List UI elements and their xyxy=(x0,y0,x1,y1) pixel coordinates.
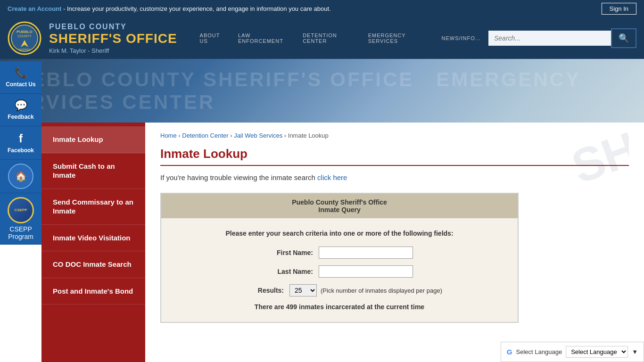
language-select[interactable]: Select Language Spanish French German xyxy=(566,346,628,358)
site-header: PUEBLO COUNTY SHERIFF PUEBLO COUNTY SHER… xyxy=(0,17,644,59)
top-bar: Create an Account - Increase your produc… xyxy=(0,0,644,17)
contact-us-label: Contact Us xyxy=(6,81,35,88)
csepp-label: CSEPP Program xyxy=(2,225,40,240)
form-header-line2: Inmate Query xyxy=(166,206,513,214)
breadcrumb-current: Inmate Lookup xyxy=(288,132,329,139)
left-sidebar: 📞 Contact Us 💬 Feedback f Facebook 🏠 CSE… xyxy=(0,61,41,245)
last-name-row: Last Name: xyxy=(176,265,503,278)
sidebar-item-facebook[interactable]: f Facebook xyxy=(0,126,41,160)
results-row: Results: 10 25 50 100 (Pick number of in… xyxy=(176,284,503,296)
nav-about[interactable]: ABOUT US xyxy=(200,33,227,44)
site-logo: PUEBLO COUNTY SHERIFF xyxy=(8,21,41,55)
hero-image: PUEBLO COUNTY SHERIFF'S OFFICE EMERGENCY… xyxy=(0,59,644,123)
svg-text:PUEBLO: PUEBLO xyxy=(17,30,32,34)
search-input[interactable] xyxy=(488,31,611,46)
office-name: SHERIFF'S OFFICE xyxy=(49,31,177,46)
feedback-icon: 💬 xyxy=(15,99,27,112)
translate-bar: G Select Language Select Language Spanis… xyxy=(501,342,644,362)
results-label: Results: xyxy=(237,287,284,294)
form-instruction: Please enter your search criteria into o… xyxy=(176,230,503,237)
nav-item-post-bond[interactable]: Post and Inmate's Bond xyxy=(41,278,145,305)
google-icon: G xyxy=(507,348,512,356)
home-icon: 🏠 xyxy=(8,164,33,189)
breadcrumb-detention[interactable]: Detention Center xyxy=(182,132,228,139)
header-nav: ABOUT US LAW ENFORCEMENT DETENTION CENTE… xyxy=(185,33,481,44)
breadcrumb-home[interactable]: Home xyxy=(160,132,177,139)
sidebar-item-home[interactable]: 🏠 xyxy=(0,160,41,193)
nav-item-inmate-lookup[interactable]: Inmate Lookup xyxy=(41,126,145,153)
header-title: PUEBLO COUNTY SHERIFF'S OFFICE Kirk M. T… xyxy=(49,23,177,54)
form-body: Please enter your search criteria into o… xyxy=(161,218,518,322)
search-button[interactable]: 🔍 xyxy=(611,28,636,48)
first-name-label: First Name: xyxy=(266,249,313,256)
page-title: Inmate Lookup xyxy=(160,147,629,166)
form-header-line1: Pueblo County Sheriff's Office xyxy=(166,198,513,206)
first-name-input[interactable] xyxy=(319,247,413,259)
breadcrumb: Home › Detention Center › Jail Web Servi… xyxy=(160,132,629,139)
tagline: - Increase your productivity, customize … xyxy=(63,5,331,12)
inmate-count: There are 499 inmates incarcerated at th… xyxy=(176,303,503,311)
nav-item-codoc[interactable]: CO DOC Inmate Search xyxy=(41,251,145,278)
sign-in-button[interactable]: Sign In xyxy=(602,3,636,15)
svg-text:SHERIFF: SHERIFF xyxy=(18,48,31,51)
nav-item-video-visitation[interactable]: Inmate Video Visitation xyxy=(41,225,145,252)
last-name-label: Last Name: xyxy=(266,268,313,275)
nav-law-enforcement[interactable]: LAW ENFORCEMENT xyxy=(238,33,291,44)
feedback-label: Feedback xyxy=(8,114,33,120)
main-layout: Inmate Lookup Submit Cash to an Inmate S… xyxy=(41,123,644,362)
create-account-link[interactable]: Create an Account xyxy=(8,5,61,12)
county-name: PUEBLO COUNTY xyxy=(49,23,177,31)
nav-emergency[interactable]: EMERGENCY SERVICES xyxy=(368,33,430,44)
last-name-input[interactable] xyxy=(319,265,413,278)
results-select[interactable]: 10 25 50 100 xyxy=(289,284,317,296)
first-name-row: First Name: xyxy=(176,247,503,259)
form-header: Pueblo County Sheriff's Office Inmate Qu… xyxy=(161,194,518,218)
facebook-icon: f xyxy=(19,132,23,145)
per-page-text: (Pick number of inmates displayed per pa… xyxy=(321,287,442,294)
main-content: SHERIFF Home › Detention Center › Jail W… xyxy=(145,123,644,362)
sidebar-item-contact-us[interactable]: 📞 Contact Us xyxy=(0,61,41,94)
select-language-label: Select Language xyxy=(516,348,562,355)
svg-point-1 xyxy=(11,25,38,51)
nav-news[interactable]: NEWS/INFO... xyxy=(441,35,481,41)
sheriff-name: Kirk M. Taylor - Sheriff xyxy=(49,47,177,54)
nav-item-submit-cash[interactable]: Submit Cash to an Inmate xyxy=(41,153,145,189)
csepp-icon: CSEPP xyxy=(8,197,34,223)
facebook-label: Facebook xyxy=(8,147,34,154)
left-nav: Inmate Lookup Submit Cash to an Inmate S… xyxy=(41,123,145,362)
search-bar: 🔍 xyxy=(488,28,636,48)
breadcrumb-jail-services[interactable]: Jail Web Services xyxy=(234,132,282,139)
sidebar-item-csepp[interactable]: CSEPP CSEPP Program xyxy=(0,193,41,245)
trouble-text: If you're having trouble viewing the inm… xyxy=(160,173,629,181)
chevron-down-icon: ▼ xyxy=(632,348,638,355)
inmate-query-form: Pueblo County Sheriff's Office Inmate Qu… xyxy=(160,193,519,323)
nav-detention[interactable]: DETENTION CENTER xyxy=(303,33,357,44)
sidebar-item-feedback[interactable]: 💬 Feedback xyxy=(0,94,41,126)
click-here-link[interactable]: click here xyxy=(317,173,347,181)
svg-text:COUNTY: COUNTY xyxy=(17,34,32,38)
nav-item-commissary[interactable]: Send Commissary to an Inmate xyxy=(41,189,145,225)
phone-icon: 📞 xyxy=(15,67,27,79)
